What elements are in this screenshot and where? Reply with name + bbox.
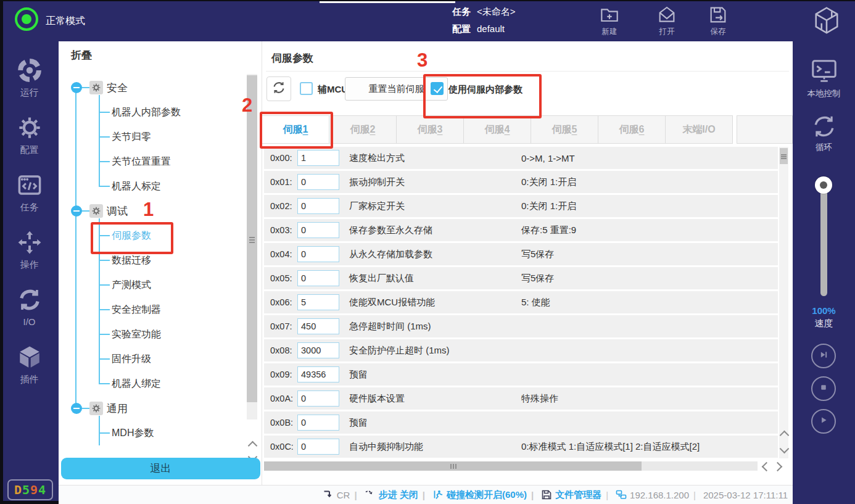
tree-item[interactable]: 机器人标定 (59, 174, 244, 199)
tree-item[interactable]: 通用 (59, 396, 244, 421)
tree-item[interactable]: 安全 (59, 75, 244, 100)
tree-item[interactable]: 安全控制器 (59, 297, 244, 322)
servo-tab[interactable]: 伺服3 (396, 115, 464, 144)
param-description: 振动抑制开关 (349, 176, 405, 188)
tree-scroll-up-icon[interactable] (248, 441, 258, 451)
table-scroll-up-icon[interactable] (780, 431, 790, 440)
step-forward-button[interactable] (811, 344, 836, 368)
badge-char: 9 (30, 482, 38, 497)
param-row: 0x03: 保存参数至永久存储 保存:5 重置:9 (264, 219, 778, 241)
nav-item-config[interactable]: 配置 (0, 115, 59, 172)
param-address: 0x02: (270, 201, 297, 211)
param-description: 速度检出方式 (349, 152, 405, 164)
servo-tab[interactable]: 伺服5 (531, 115, 598, 144)
param-value-input[interactable] (297, 318, 339, 334)
param-options: 0:标准模式 1:自适应模式[1] 2:自适应模式[2] (521, 441, 700, 453)
local-control-button[interactable] (793, 57, 855, 88)
param-description: 安全防护停止超时 (1ms) (349, 345, 450, 357)
tree-item[interactable]: 实验室功能 (59, 322, 244, 347)
exit-button[interactable]: 退出 (61, 458, 260, 479)
servo-tab[interactable]: 伺服4 (463, 115, 531, 144)
collapse-minus-icon[interactable] (71, 205, 82, 217)
param-description: 硬件版本设置 (349, 393, 405, 405)
stop-button[interactable] (811, 376, 836, 401)
servo-tab[interactable]: 伺服2 (329, 115, 397, 144)
loop-label: 循环 (793, 142, 855, 153)
tree-item[interactable]: 机器人内部参数 (59, 100, 244, 125)
param-value-input[interactable] (297, 415, 339, 431)
param-description: 自动中频抑制功能 (349, 441, 423, 453)
servo-tab[interactable]: 末端I/O (665, 115, 733, 144)
nav-item-plugin[interactable]: 插件 (0, 344, 59, 402)
loop-icon (811, 113, 838, 143)
param-value-input[interactable] (297, 198, 339, 214)
collapse-minus-icon[interactable] (71, 403, 82, 414)
nav-item-task[interactable]: 任务 (0, 172, 59, 229)
tree-item[interactable]: 数据迁移 (59, 248, 244, 273)
table-horizontal-scrollbar[interactable] (264, 461, 758, 471)
nav-item-run[interactable]: 运行 (0, 57, 59, 115)
tree-item[interactable]: 固件升级 (59, 347, 244, 371)
param-value-input[interactable] (297, 150, 339, 166)
tree-scrollbar[interactable] (247, 74, 257, 419)
param-value-input[interactable] (297, 294, 339, 310)
servo-tab[interactable]: 伺服6 (598, 115, 666, 144)
tree-item[interactable]: 产测模式 (59, 273, 244, 297)
loop-button[interactable] (793, 113, 855, 143)
save-button[interactable]: 保存 (701, 5, 735, 37)
param-value-input[interactable] (297, 366, 339, 382)
param-value-input[interactable] (297, 270, 339, 286)
cr-status: CR (323, 489, 350, 500)
badge-char: 4 (38, 482, 46, 497)
collapse-minus-icon[interactable] (71, 82, 82, 93)
param-address: 0x01: (270, 177, 297, 187)
tree-item[interactable]: MDH参数 (59, 421, 244, 445)
tree-item[interactable]: 关节归零 (59, 125, 244, 149)
plugin-icon (17, 344, 43, 373)
speed-slider-track[interactable] (820, 185, 827, 296)
refresh-button[interactable] (266, 76, 291, 101)
param-row: 0x0C: 自动中频抑制功能 0:标准模式 1:自适应模式[1] 2:自适应模式… (264, 436, 778, 458)
param-options: 写5保存 (521, 273, 554, 284)
table-vertical-scrollbar[interactable] (779, 147, 788, 458)
tree-item[interactable]: 机器人绑定 (59, 371, 244, 396)
tree-scrollbar-thumb[interactable] (247, 75, 257, 402)
local-control-icon (810, 57, 838, 88)
table-hscroll-thumb[interactable] (264, 461, 642, 471)
step-mode-status[interactable]: 步进 关闭 (350, 489, 418, 501)
tree-panel: 折叠 安全 机器人内部参数 关节归零 (59, 41, 262, 485)
title-divider (266, 71, 789, 72)
param-value-input[interactable] (297, 342, 339, 358)
window-edge (0, 0, 3, 504)
use-internal-params-checkbox[interactable] (431, 82, 444, 95)
table-scroll-down-icon[interactable] (780, 444, 790, 454)
device-id-badge: D594 (7, 479, 53, 500)
settings-icon (17, 115, 43, 143)
nav-item-io[interactable]: I/O (0, 287, 59, 344)
new-task-button[interactable]: 新建 (592, 5, 627, 37)
play-button[interactable] (811, 409, 836, 434)
table-scroll-left-icon[interactable] (762, 462, 772, 472)
servo-tabs: 伺服1 伺服2 伺服3 伺服4 伺服5 伺服6 末端I/O (262, 115, 793, 144)
servo-tab[interactable]: 伺服1 (262, 115, 329, 144)
param-value-input[interactable] (297, 174, 339, 190)
param-value-input[interactable] (297, 222, 339, 238)
open-button[interactable]: 打开 (650, 5, 684, 37)
tree-item[interactable]: 关节位置重置 (59, 149, 244, 174)
table-scroll-right-icon[interactable] (773, 462, 783, 472)
jog-icon (17, 229, 43, 258)
param-value-input[interactable] (297, 246, 339, 262)
param-value-input[interactable] (297, 390, 339, 407)
param-row: 0x06: 使能双MCU报错功能 5: 使能 (264, 291, 778, 313)
param-row: 0x07: 急停超时时间 (1ms) (264, 315, 778, 337)
param-value-input[interactable] (297, 439, 339, 455)
table-vscroll-thumb[interactable] (780, 148, 788, 164)
tree-item[interactable]: 伺服参数 (59, 223, 244, 248)
file-manager-status[interactable]: 文件管理器 (527, 489, 601, 501)
aux-mcu-checkbox[interactable] (300, 82, 313, 95)
nav-item-jog[interactable]: 操作 (0, 229, 59, 287)
speed-slider-knob[interactable] (815, 176, 832, 194)
tree-item[interactable]: 调试 (59, 199, 244, 223)
collision-detect-status[interactable]: 碰撞检测开启(60%) (418, 489, 527, 501)
right-control-panel: 本地控制 循环 100% 速度 (793, 41, 855, 504)
